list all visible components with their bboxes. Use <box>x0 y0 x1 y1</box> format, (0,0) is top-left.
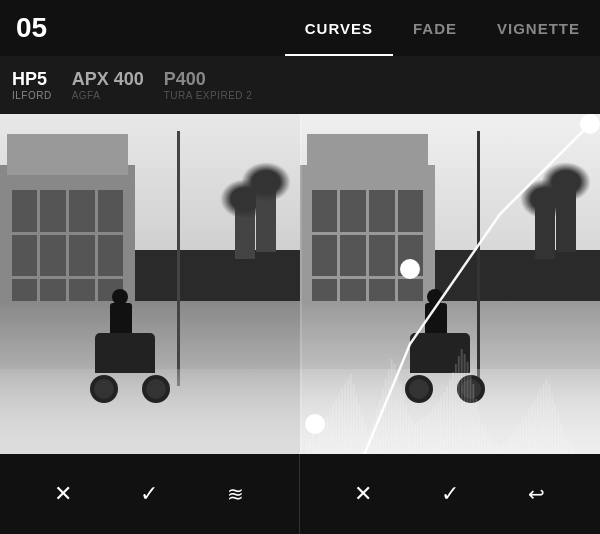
svg-rect-43 <box>432 410 434 454</box>
svg-rect-68 <box>505 442 507 454</box>
svg-rect-83 <box>548 384 550 454</box>
svg-rect-66 <box>499 446 501 454</box>
cancel-button-right[interactable]: ✕ <box>341 472 385 516</box>
svg-rect-46 <box>440 397 442 454</box>
svg-rect-33 <box>402 394 404 454</box>
svg-rect-34 <box>405 404 407 454</box>
pole-left <box>177 131 180 386</box>
svg-rect-60 <box>481 424 483 454</box>
svg-rect-38 <box>417 422 419 454</box>
svg-rect-21 <box>367 434 369 454</box>
svg-rect-56 <box>469 372 471 454</box>
svg-rect-88 <box>563 434 565 454</box>
svg-rect-85 <box>554 404 556 454</box>
svg-rect-26 <box>382 389 384 454</box>
svg-rect-10 <box>335 399 337 454</box>
svg-rect-63 <box>490 439 492 454</box>
svg-rect-24 <box>376 409 378 454</box>
svg-rect-51 <box>455 364 457 454</box>
film-brand-p400: TURA EXPIRED 2 <box>164 90 253 101</box>
svg-rect-75 <box>525 414 527 454</box>
undo-button[interactable]: ↩ <box>515 472 559 516</box>
histogram <box>300 334 600 454</box>
svg-rect-9 <box>332 404 334 454</box>
tab-curves[interactable]: CURVES <box>285 0 393 56</box>
svg-rect-45 <box>437 402 439 454</box>
svg-rect-4 <box>318 429 320 454</box>
svg-rect-23 <box>373 419 375 454</box>
panel-divider <box>300 114 302 454</box>
compare-button[interactable]: ≋ <box>214 472 258 516</box>
svg-rect-17 <box>356 394 358 454</box>
photo-scene-left <box>0 114 300 454</box>
svg-rect-11 <box>338 394 340 454</box>
svg-rect-76 <box>528 409 530 454</box>
top-nav: 05 CURVES FADE VIGNETTE <box>0 0 600 56</box>
film-brand-hp5: ILFORD <box>12 90 52 101</box>
svg-rect-72 <box>516 428 518 454</box>
svg-rect-39 <box>420 420 422 454</box>
svg-rect-67 <box>502 444 504 454</box>
nav-number: 05 <box>16 12 47 44</box>
svg-rect-53 <box>461 349 463 454</box>
svg-rect-25 <box>379 399 381 454</box>
tree2-right <box>556 182 576 252</box>
svg-rect-58 <box>475 399 477 454</box>
film-item-p400[interactable]: P400 TURA EXPIRED 2 <box>164 69 253 101</box>
svg-rect-13 <box>344 384 346 454</box>
svg-rect-52 <box>458 356 460 454</box>
svg-rect-40 <box>423 418 425 454</box>
svg-rect-70 <box>510 436 512 454</box>
svg-rect-82 <box>545 379 547 454</box>
svg-rect-77 <box>531 404 533 454</box>
tree2-left <box>256 182 276 252</box>
svg-rect-14 <box>347 379 349 454</box>
svg-rect-12 <box>341 389 343 454</box>
svg-rect-74 <box>522 419 524 454</box>
tree-right <box>535 199 555 259</box>
film-name-p400: P400 <box>164 69 253 90</box>
svg-rect-42 <box>429 413 431 454</box>
svg-rect-78 <box>534 399 536 454</box>
svg-rect-54 <box>464 354 466 454</box>
svg-rect-59 <box>478 414 480 454</box>
svg-rect-29 <box>391 359 393 454</box>
film-name-hp5: HP5 <box>12 69 52 90</box>
tab-vignette[interactable]: VIGNETTE <box>477 0 600 56</box>
svg-rect-20 <box>364 424 366 454</box>
confirm-button-right[interactable]: ✓ <box>428 472 472 516</box>
moto-left <box>90 313 170 403</box>
svg-rect-32 <box>399 384 401 454</box>
tab-fade[interactable]: FADE <box>393 0 477 56</box>
svg-rect-35 <box>408 414 410 454</box>
cancel-button-left[interactable]: ✕ <box>41 472 85 516</box>
svg-rect-16 <box>353 384 355 454</box>
film-item-apx[interactable]: APX 400 AGFA <box>72 69 144 101</box>
svg-rect-5 <box>321 424 323 454</box>
svg-rect-31 <box>396 374 398 454</box>
confirm-button-left[interactable]: ✓ <box>127 472 171 516</box>
svg-rect-48 <box>446 386 448 454</box>
toolbar-right: ✕ ✓ ↩ <box>300 454 600 534</box>
photo-scene-right <box>300 114 600 454</box>
film-item-hp5[interactable]: HP5 ILFORD <box>12 69 52 101</box>
svg-rect-6 <box>323 419 325 454</box>
svg-rect-7 <box>326 414 328 454</box>
toolbar-left: ✕ ✓ ≋ <box>0 454 300 534</box>
svg-rect-1 <box>309 439 311 454</box>
svg-rect-89 <box>566 439 568 454</box>
svg-rect-18 <box>359 404 361 454</box>
svg-rect-64 <box>493 442 495 454</box>
svg-rect-47 <box>443 392 445 454</box>
svg-rect-8 <box>329 409 331 454</box>
svg-rect-55 <box>467 362 469 454</box>
bottom-toolbar: ✕ ✓ ≋ ✕ ✓ ↩ <box>0 454 600 534</box>
svg-rect-3 <box>315 442 317 454</box>
svg-rect-84 <box>551 394 553 454</box>
svg-rect-36 <box>411 419 413 454</box>
svg-rect-2 <box>312 434 314 454</box>
svg-rect-73 <box>519 424 521 454</box>
svg-rect-57 <box>472 384 474 454</box>
svg-rect-22 <box>370 429 372 454</box>
nav-tabs: CURVES FADE VIGNETTE <box>285 0 600 56</box>
